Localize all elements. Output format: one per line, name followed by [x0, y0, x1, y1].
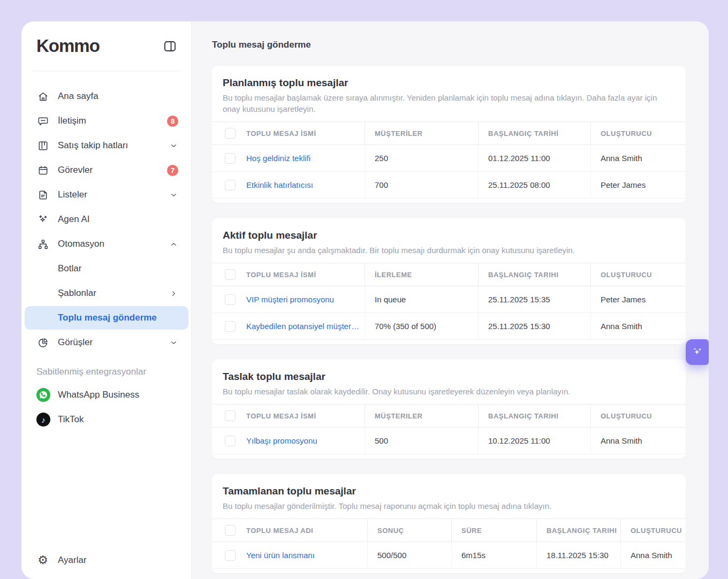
row-checkbox[interactable] — [225, 321, 236, 332]
message-name-cell: Yılbaşı promosyonu — [246, 428, 365, 454]
row-checkbox-cell — [212, 542, 246, 568]
unread-count-badge: 7 — [167, 165, 178, 176]
sidebar-item-label: TikTok — [58, 414, 178, 425]
chevron-up-icon[interactable] — [169, 240, 178, 249]
sections: Planlanmış toplu mesajlarBu toplu mesajl… — [212, 66, 686, 573]
ai-assistant-button[interactable] — [686, 339, 709, 365]
column-header: İLERLEME — [365, 263, 478, 286]
chevron-right-icon[interactable] — [169, 289, 178, 298]
select-all-checkbox[interactable] — [225, 269, 236, 280]
sidebar-footer: ⚙Ayarlar — [21, 548, 191, 579]
sidebar-item-listeler[interactable]: Listeler — [21, 182, 191, 207]
sidebar-item-label: Görüşler — [58, 337, 169, 348]
table-cell: 25.11.2025 08:00 — [478, 172, 590, 198]
message-name-link[interactable]: Yılbaşı promosyonu — [246, 436, 317, 445]
table-cell: 01.12.2025 11:00 — [478, 145, 590, 171]
pipeline-icon — [36, 139, 49, 152]
section-title: Planlanmış toplu mesajlar — [223, 77, 675, 89]
table-cell: Anna Smith — [590, 428, 686, 454]
sidebar-item-iletisim[interactable]: İletişim8 — [21, 109, 191, 133]
row-checkbox[interactable] — [225, 550, 236, 561]
section-card-taslak-toplu-mesajlar: Taslak toplu mesajlarBu toplu mesajlar t… — [212, 360, 686, 459]
sidebar-item-label: Ana sayfa — [58, 91, 178, 102]
sidebar-item-otomasyon[interactable]: Otomasyon — [21, 232, 191, 256]
document-icon — [36, 188, 49, 201]
select-all-cell — [212, 519, 246, 542]
row-checkbox[interactable] — [225, 294, 236, 305]
column-header: BAŞLANGIÇ TARİHİ — [478, 122, 590, 144]
column-header: TOPLU MESAJ İSMİ — [246, 122, 365, 144]
chevron-down-icon[interactable] — [169, 141, 178, 150]
table-cell: 6m15s — [451, 542, 536, 568]
message-name-link[interactable]: VIP müşteri promosyonu — [246, 295, 334, 304]
sidebar-item-label: Toplu mesaj gönderme — [58, 313, 179, 323]
sidebar-item-label: Satış takip hatları — [58, 140, 169, 151]
section-description: Bu toplu mesajlar başlamak üzere sıraya … — [223, 92, 675, 115]
sidebar-item-label: WhatsApp Business — [58, 390, 178, 400]
sidebar-item-label: Ayarlar — [58, 555, 178, 566]
sidebar-item-gorevler[interactable]: Görevler7 — [21, 158, 191, 182]
message-name-cell: Etkinlik hatırlatıcısı — [246, 172, 365, 198]
column-header: BAŞLANGIÇ TARIHI — [478, 405, 590, 427]
table-row: Etkinlik hatırlatıcısı70025.11.2025 08:0… — [212, 172, 686, 199]
table-row: Yeni ürün lansmanı500/5006m15s18.11.2025… — [212, 542, 686, 569]
sidebar-item-label: Şablonlar — [58, 288, 169, 299]
section-card-tamamlanan-toplu-mesajlar: Tamamlanan toplu mesajlarBu toplu mesajl… — [212, 474, 686, 573]
column-header: MÜŞTERİLER — [365, 122, 478, 144]
message-name-link[interactable]: Yeni ürün lansmanı — [246, 551, 315, 560]
unread-count-badge: 8 — [167, 116, 178, 127]
section-description: Bu toplu mesajlar gönderilmiştir. Toplu … — [223, 500, 675, 512]
row-checkbox[interactable] — [225, 436, 236, 446]
select-all-checkbox[interactable] — [225, 525, 236, 536]
message-name-cell: Hoş geldiniz teklifi — [246, 145, 365, 171]
sidebar-item-ayarlar[interactable]: ⚙Ayarlar — [21, 548, 191, 573]
section-card-planlanmis-toplu-mesajlar: Planlanmış toplu mesajlarBu toplu mesajl… — [212, 66, 686, 203]
table-cell: 18.11.2025 15:30 — [536, 542, 620, 568]
section-head: Aktif toplu mesajlarBu toplu mesajlar şu… — [212, 218, 686, 263]
sidebar-collapse-icon[interactable] — [163, 39, 177, 54]
message-name-link[interactable]: Etkinlik hatırlatıcısı — [246, 180, 313, 189]
row-checkbox[interactable] — [225, 153, 236, 164]
column-header: SONUÇ — [367, 519, 451, 542]
message-name-link[interactable]: Hoş geldiniz teklifi — [246, 154, 310, 163]
message-name-link[interactable]: Kaybedilen potansiyel müşteri... — [246, 322, 359, 331]
page-title: Toplu mesaj gönderme — [212, 40, 686, 50]
select-all-checkbox[interactable] — [225, 128, 236, 139]
select-all-checkbox[interactable] — [225, 410, 236, 421]
sidebar-item-agen-ai[interactable]: Agen AI — [21, 207, 191, 232]
app-window: Kommo Ana sayfaİletişim8Satış takip hatl… — [21, 21, 709, 579]
sparkles-icon — [691, 346, 704, 359]
chevron-down-icon[interactable] — [169, 338, 178, 347]
column-header: TOPLU MESAJ ADI — [246, 519, 367, 542]
section-description: Bu toplu mesajlar taslak olarak kaydedil… — [223, 386, 675, 397]
pie-icon — [36, 336, 49, 349]
chevron-down-icon[interactable] — [169, 191, 178, 200]
row-checkbox-cell — [212, 313, 246, 339]
sidebar: Kommo Ana sayfaİletişim8Satış takip hatl… — [21, 21, 192, 579]
sidebar-item-whatsapp-business[interactable]: WhatsApp Business — [21, 383, 191, 407]
sidebar-item-ana-sayfa[interactable]: Ana sayfa — [21, 84, 191, 109]
section-head: Taslak toplu mesajlarBu toplu mesajlar t… — [212, 360, 686, 404]
sidebar-item-satis-takip-hatlari[interactable]: Satış takip hatları — [21, 133, 191, 158]
table-header: TOPLU MESAJ İSMİMÜŞTERILERBAŞLANGIÇ TARI… — [212, 404, 686, 428]
section-title: Tamamlanan toplu mesajlar — [223, 485, 675, 497]
sidebar-item-sablonlar[interactable]: Şablonlar — [21, 281, 191, 306]
sidebar-item-tiktok[interactable]: ♪TikTok — [21, 407, 191, 432]
sparkles-icon — [36, 213, 49, 226]
table-cell: In queue — [365, 286, 478, 313]
section-description: Bu toplu mesajlar şu anda çalışmaktadır.… — [223, 245, 675, 256]
sidebar-item-botlar[interactable]: Botlar — [21, 256, 191, 281]
row-checkbox-cell — [212, 428, 246, 454]
row-checkbox[interactable] — [225, 180, 236, 191]
table-cell: Anna Smith — [590, 145, 686, 171]
table-row: Kaybedilen potansiyel müşteri...70% (350… — [212, 313, 686, 340]
sidebar-item-gorusler[interactable]: Görüşler — [21, 330, 191, 355]
pinned-integrations-label: Sabitlenmiş entegrasyonlar — [21, 355, 191, 383]
column-header: OLUŞTURUCU — [590, 263, 686, 286]
column-header: TOPLU MESAJ İSMİ — [246, 263, 365, 286]
sidebar-item-toplu-mesaj-gonderme[interactable]: Toplu mesaj gönderme — [25, 306, 188, 330]
table-cell: 25.11.2025 15:30 — [478, 313, 590, 339]
table-cell: Peter James — [590, 286, 686, 313]
kommo-logo: Kommo — [36, 36, 100, 56]
calendar-icon — [36, 164, 49, 177]
